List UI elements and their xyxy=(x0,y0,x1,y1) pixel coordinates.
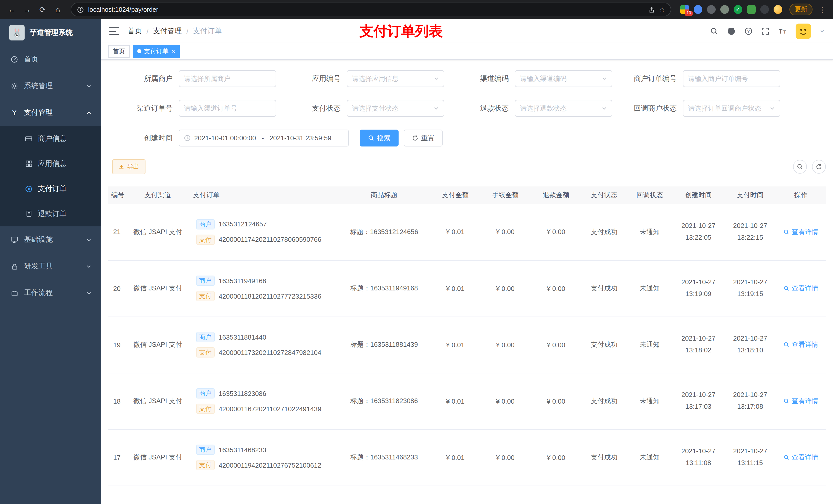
filter-app: 应用编号 xyxy=(280,70,444,87)
sidebar-item-label: 退款订单 xyxy=(38,209,67,218)
sidebar-item-merchant-info[interactable]: 商户信息 xyxy=(0,126,101,151)
browser-extension-icon[interactable]: 10 xyxy=(680,5,689,14)
app-select[interactable] xyxy=(347,70,444,87)
sidebar-toggle-icon[interactable] xyxy=(109,27,119,35)
main-panel: 首页 / 支付管理 / 支付订单 支付订单列表 ? xyxy=(101,19,833,504)
search-button[interactable]: 搜索 xyxy=(360,129,399,146)
merchant-input[interactable] xyxy=(184,75,271,82)
breadcrumb-home[interactable]: 首页 xyxy=(127,26,142,35)
merchant-order-no-input[interactable] xyxy=(688,75,775,82)
clock-icon xyxy=(184,135,191,141)
filter-create-time: 创建时间 2021-10-01 00:00:00 - 2021-10-31 23… xyxy=(112,129,349,146)
sidebar-item-home[interactable]: 首页 xyxy=(0,46,101,73)
channel-order-no-input[interactable] xyxy=(184,104,271,112)
refund-status-select[interactable] xyxy=(515,100,612,117)
sidebar-item-system[interactable]: 系统管理 xyxy=(0,73,101,99)
col-action: 操作 xyxy=(776,187,826,204)
avatar[interactable] xyxy=(795,23,811,39)
cell-create-time: 2021-10-2713:18:02 xyxy=(672,316,724,373)
app-header: 首页 / 支付管理 / 支付订单 支付订单列表 ? xyxy=(101,19,833,43)
export-button-label: 导出 xyxy=(127,162,139,171)
browser-home-icon[interactable]: ⌂ xyxy=(51,3,65,16)
channel-pay-no: 4200001174202110278060590766 xyxy=(218,236,321,243)
browser-extension-icon[interactable] xyxy=(747,5,756,14)
tab-home[interactable]: 首页 xyxy=(108,45,129,57)
font-size-icon[interactable]: TT xyxy=(778,27,787,35)
browser-extension-icon[interactable]: ✓ xyxy=(734,5,742,14)
field-label: 渠道编码 xyxy=(448,74,515,83)
pay-status-input[interactable] xyxy=(352,104,431,112)
browser-update-button[interactable]: 更新 xyxy=(789,4,812,15)
cell-fee: ¥ 0.00 xyxy=(480,429,530,485)
browser-extension-icon[interactable] xyxy=(760,5,769,14)
date-range-picker[interactable]: 2021-10-01 00:00:00 - 2021-10-31 23:59:5… xyxy=(179,129,349,146)
channel-code-input[interactable] xyxy=(520,75,599,82)
browser-back-icon[interactable]: ← xyxy=(5,3,19,16)
address-bar[interactable]: localhost:1024/pay/order ☆ xyxy=(71,3,671,16)
share-icon[interactable] xyxy=(648,6,655,13)
browser-extension-icon[interactable] xyxy=(694,5,703,14)
browser-extension-icon[interactable] xyxy=(774,5,782,14)
cell-id: 18 xyxy=(108,373,126,429)
tab-pay-order[interactable]: 支付订单 × xyxy=(133,45,180,57)
avatar-dropdown-icon[interactable] xyxy=(820,28,825,33)
github-icon[interactable] xyxy=(727,27,736,35)
search-icon[interactable] xyxy=(710,27,718,35)
reset-button[interactable]: 重置 xyxy=(404,129,443,146)
view-detail-link[interactable]: 查看详情 xyxy=(784,340,818,349)
date-end[interactable]: 2021-10-31 23:59:59 xyxy=(269,134,331,142)
sidebar-item-label: 支付管理 xyxy=(24,108,53,117)
col-refund: 退款金额 xyxy=(531,187,581,204)
browser-menu-icon[interactable]: ⋮ xyxy=(817,5,828,14)
cell-title xyxy=(338,485,431,504)
merchant-select[interactable] xyxy=(179,70,276,87)
refund-status-input[interactable] xyxy=(520,104,599,112)
browser-extensions: 10 ✓ xyxy=(677,5,785,14)
sidebar-item-pay-order[interactable]: 支付订单 xyxy=(0,176,101,201)
cell-channel: 微信 JSAPI 支付 xyxy=(126,260,190,316)
merchant-order-no-field[interactable] xyxy=(683,70,780,87)
pay-status-select[interactable] xyxy=(347,100,444,117)
url-text[interactable]: localhost:1024/pay/order xyxy=(88,6,158,13)
help-icon[interactable]: ? xyxy=(744,27,753,35)
logo-image: 🐰 xyxy=(9,25,25,40)
view-detail-link[interactable]: 查看详情 xyxy=(784,284,818,293)
cell-status: 支付成功 xyxy=(581,373,627,429)
export-button[interactable]: 导出 xyxy=(112,159,145,174)
close-icon[interactable]: × xyxy=(171,48,175,55)
sidebar-logo: 🐰 芋道管理系统 xyxy=(0,19,101,46)
cell-notify: 未通知 xyxy=(627,429,673,485)
channel-code-select[interactable] xyxy=(515,70,612,87)
view-detail-link[interactable]: 查看详情 xyxy=(784,397,818,406)
merchant-order-no: 1635311881440 xyxy=(218,333,266,341)
sidebar-item-label: 基础设施 xyxy=(24,235,53,244)
cell-pay-time: 2021-10-2713:19:15 xyxy=(724,260,776,316)
bookmark-star-icon[interactable]: ☆ xyxy=(659,6,665,13)
site-info-icon[interactable] xyxy=(77,6,84,13)
breadcrumb-pay[interactable]: 支付管理 xyxy=(153,26,182,35)
sidebar-item-devtools[interactable]: 研发工具 xyxy=(0,253,101,280)
browser-extension-icon[interactable] xyxy=(707,5,716,14)
sidebar-item-infra[interactable]: 基础设施 xyxy=(0,226,101,253)
view-detail-link[interactable]: 查看详情 xyxy=(784,453,818,462)
cell-status: 支付成功 xyxy=(581,204,627,260)
browser-forward-icon[interactable]: → xyxy=(21,3,34,16)
date-start[interactable]: 2021-10-01 00:00:00 xyxy=(194,134,256,142)
sidebar-item-workflow[interactable]: 工作流程 xyxy=(0,280,101,306)
refresh-icon[interactable] xyxy=(812,160,826,174)
channel-order-no-field[interactable] xyxy=(179,100,276,117)
sidebar-item-refund-order[interactable]: 退款订单 xyxy=(0,201,101,226)
app-input[interactable] xyxy=(352,75,431,82)
svg-text:T: T xyxy=(779,28,783,34)
view-detail-link[interactable]: 查看详情 xyxy=(784,227,818,237)
fullscreen-icon[interactable] xyxy=(761,27,769,35)
sidebar-item-app-info[interactable]: 应用信息 xyxy=(0,151,101,176)
browser-extension-icon[interactable] xyxy=(720,5,729,14)
sidebar-item-pay[interactable]: ¥ 支付管理 xyxy=(0,99,101,126)
merchant-tag: 商户 xyxy=(196,219,214,230)
notify-status-select[interactable] xyxy=(683,100,780,117)
browser-reload-icon[interactable]: ⟳ xyxy=(36,3,49,16)
pay-submenu: 商户信息 应用信息 支付订单 xyxy=(0,126,101,226)
toggle-search-icon[interactable] xyxy=(793,160,807,174)
notify-status-input[interactable] xyxy=(688,104,767,112)
